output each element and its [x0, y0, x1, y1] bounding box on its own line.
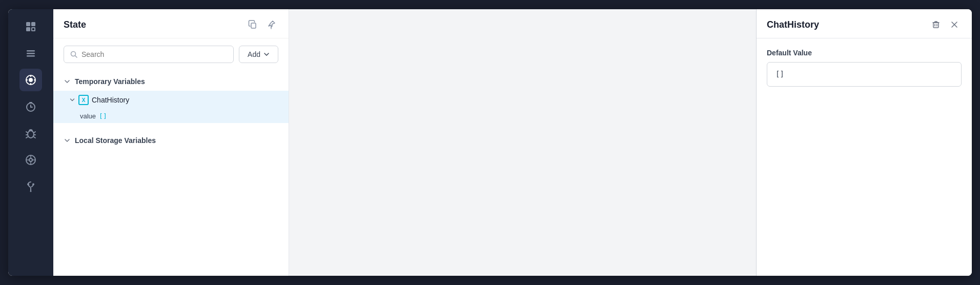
state-panel-header: State — [53, 9, 289, 38]
close-icon-button[interactable] — [947, 17, 962, 32]
svg-rect-1 — [31, 22, 35, 26]
state-panel-title: State — [64, 19, 86, 30]
pin-icon-button[interactable] — [264, 17, 278, 32]
state-content: Temporary Variables X ChatHistory value … — [53, 70, 289, 276]
svg-rect-5 — [27, 50, 35, 52]
variable-chevron-icon — [69, 97, 75, 103]
add-button[interactable]: Add — [239, 46, 278, 63]
svg-line-20 — [34, 132, 35, 133]
svg-point-9 — [29, 78, 33, 82]
temporary-chevron-icon — [64, 78, 71, 85]
right-panel-title: ChatHistory — [767, 19, 819, 30]
svg-point-32 — [27, 184, 29, 186]
svg-line-19 — [26, 132, 28, 133]
variable-name: ChatHistory — [92, 96, 129, 104]
add-button-label: Add — [248, 50, 260, 58]
state-panel: State — [53, 9, 289, 276]
svg-point-31 — [30, 191, 32, 192]
right-panel: ChatHistory — [757, 9, 972, 276]
search-box[interactable] — [64, 46, 234, 63]
svg-line-24 — [34, 137, 35, 138]
app-container: State — [8, 9, 972, 276]
local-storage-section[interactable]: Local Storage Variables — [53, 131, 289, 150]
temporary-variables-section[interactable]: Temporary Variables — [53, 72, 289, 91]
sidebar-item-menu[interactable] — [19, 42, 42, 65]
default-value-label: Default Value — [767, 49, 962, 57]
copy-icon-button[interactable] — [246, 17, 260, 32]
sidebar-item-git[interactable] — [19, 175, 42, 198]
variable-value-row: value [] — [53, 109, 289, 123]
search-add-row: Add — [53, 38, 289, 70]
svg-rect-38 — [933, 23, 938, 28]
value-brackets: [] — [99, 112, 107, 120]
state-header-actions — [246, 17, 278, 32]
chevron-down-icon — [263, 51, 270, 57]
sidebar-item-components[interactable] — [19, 149, 42, 171]
svg-rect-0 — [26, 22, 30, 26]
variable-type-badge: X — [78, 95, 89, 105]
svg-point-26 — [29, 158, 32, 161]
right-panel-header: ChatHistory — [757, 9, 972, 38]
search-icon — [70, 51, 77, 58]
svg-rect-34 — [251, 23, 256, 28]
middle-content — [289, 9, 757, 276]
svg-point-18 — [28, 131, 34, 138]
delete-icon-button[interactable] — [929, 17, 943, 32]
svg-line-37 — [75, 56, 77, 58]
value-label: value — [80, 112, 96, 120]
svg-rect-7 — [27, 55, 35, 57]
local-storage-chevron-icon — [64, 137, 71, 144]
sidebar-item-debug[interactable] — [19, 122, 42, 145]
local-storage-title: Local Storage Variables — [75, 136, 156, 145]
svg-rect-6 — [27, 53, 35, 54]
temporary-variables-title: Temporary Variables — [75, 77, 145, 86]
search-input[interactable] — [81, 50, 227, 58]
sidebar-item-state[interactable] — [19, 69, 42, 91]
right-panel-body: Default Value [] — [757, 38, 972, 276]
chat-history-variable[interactable]: X ChatHistory — [53, 91, 289, 109]
svg-line-23 — [26, 137, 28, 138]
sidebar-item-dashboard[interactable] — [19, 15, 42, 38]
icon-bar — [8, 9, 53, 276]
right-panel-actions — [929, 17, 962, 32]
svg-rect-2 — [26, 27, 30, 31]
default-value-box[interactable]: [] — [767, 62, 962, 87]
sidebar-item-timer[interactable] — [19, 95, 42, 118]
svg-rect-4 — [32, 28, 34, 30]
